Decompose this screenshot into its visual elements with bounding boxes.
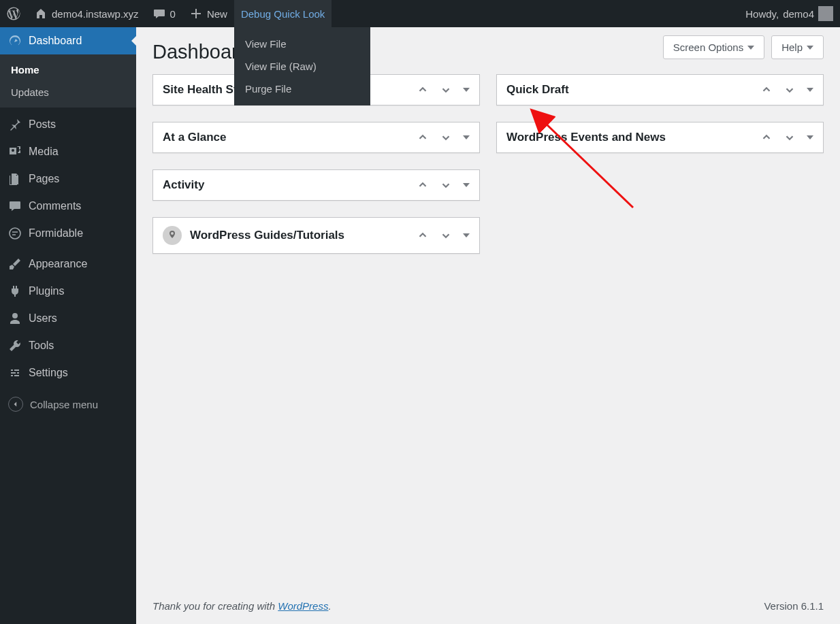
- triangle-down-icon: [463, 183, 470, 187]
- collapse-menu-button[interactable]: Collapse menu: [0, 390, 136, 418]
- pin-icon: [8, 118, 22, 131]
- media-icon: [8, 145, 22, 159]
- dashboard-column-right: Quick Draft WordPress Events and News: [496, 74, 824, 254]
- triangle-down-icon: [807, 46, 813, 50]
- triangle-down-icon: [807, 88, 813, 92]
- sidebar-item-pages[interactable]: Pages: [0, 165, 136, 193]
- comment-bubble-icon: [152, 7, 166, 20]
- move-up-button[interactable]: [417, 229, 429, 242]
- admin-footer: Thank you for creating with WordPress. V…: [152, 600, 824, 612]
- move-up-button[interactable]: [417, 131, 429, 144]
- my-account-menu[interactable]: Howdy, demo4: [739, 0, 840, 27]
- comments-count: 0: [170, 8, 176, 20]
- move-down-button[interactable]: [784, 84, 796, 96]
- wrench-icon: [8, 339, 22, 352]
- plug-icon: [8, 284, 22, 298]
- dashboard-icon: [8, 34, 22, 48]
- postbox-title: WordPress Events and News: [506, 131, 666, 144]
- move-up-button[interactable]: [417, 179, 429, 191]
- move-down-button[interactable]: [440, 131, 452, 144]
- comments-menu[interactable]: 0: [146, 0, 182, 27]
- wp-logo-menu[interactable]: [0, 0, 27, 27]
- svg-point-0: [10, 228, 20, 239]
- wordpress-logo-icon: [7, 7, 20, 20]
- sidebar-item-label: Users: [29, 312, 57, 325]
- sidebar-item-media[interactable]: Media: [0, 138, 136, 165]
- postbox-activity: Activity: [152, 169, 480, 201]
- debug-label: Debug Quick Look: [241, 8, 325, 20]
- sidebar-submenu: Home Updates: [0, 54, 136, 108]
- sidebar-item-label: Plugins: [29, 285, 64, 297]
- comment-icon: [8, 199, 22, 213]
- move-up-button[interactable]: [760, 131, 773, 144]
- footer-thanks-prefix: Thank you for creating with: [152, 600, 278, 612]
- site-name-label: demo4.instawp.xyz: [52, 8, 139, 20]
- collapse-icon: [8, 397, 23, 412]
- sidebar-item-dashboard[interactable]: Dashboard: [0, 27, 136, 54]
- submenu-item-updates[interactable]: Updates: [0, 81, 136, 103]
- new-label: New: [207, 8, 227, 20]
- sidebar-item-tools[interactable]: Tools: [0, 332, 136, 359]
- postbox-quick-draft: Quick Draft: [496, 74, 824, 105]
- postbox-title: WordPress Guides/Tutorials: [190, 229, 344, 242]
- postbox-title: Quick Draft: [506, 83, 569, 97]
- help-button[interactable]: Help: [771, 35, 824, 59]
- postbox-at-a-glance: At a Glance: [152, 122, 480, 153]
- debug-dropdown: View File View File (Raw) Purge File: [234, 27, 370, 105]
- screen-options-label: Screen Options: [673, 42, 743, 53]
- site-name-menu[interactable]: demo4.instawp.xyz: [27, 0, 146, 27]
- toggle-panel-button[interactable]: [463, 233, 470, 237]
- move-down-button[interactable]: [440, 229, 452, 242]
- collapse-label: Collapse menu: [30, 399, 98, 410]
- new-content-menu[interactable]: New: [182, 0, 234, 27]
- debug-item-purge-file[interactable]: Purge File: [234, 78, 370, 100]
- submenu-item-home[interactable]: Home: [0, 59, 136, 81]
- settings-icon: [8, 366, 22, 380]
- sidebar-item-users[interactable]: Users: [0, 305, 136, 332]
- toggle-panel-button[interactable]: [463, 183, 470, 187]
- toggle-panel-button[interactable]: [463, 135, 470, 139]
- help-label: Help: [781, 42, 803, 53]
- home-icon: [34, 7, 48, 20]
- sidebar-item-settings[interactable]: Settings: [0, 359, 136, 387]
- sidebar-item-label: Media: [29, 146, 59, 158]
- footer-thanks-suffix: .: [328, 600, 331, 612]
- plus-icon: [189, 7, 203, 20]
- toggle-panel-button[interactable]: [463, 88, 470, 92]
- sidebar-item-label: Settings: [29, 367, 68, 379]
- sidebar-item-label: Comments: [29, 200, 81, 212]
- howdy-user: demo4: [783, 8, 814, 20]
- sidebar-item-plugins[interactable]: Plugins: [0, 278, 136, 305]
- admin-sidebar: Dashboard Home Updates Posts Media Pages…: [0, 27, 136, 624]
- footer-wp-link[interactable]: WordPress: [278, 600, 328, 612]
- debug-item-view-file-raw[interactable]: View File (Raw): [234, 55, 370, 78]
- move-up-button[interactable]: [760, 84, 773, 96]
- brush-icon: [8, 257, 22, 271]
- triangle-down-icon: [463, 88, 470, 92]
- form-icon: [8, 227, 22, 240]
- move-down-button[interactable]: [440, 179, 452, 191]
- toggle-panel-button[interactable]: [807, 135, 813, 139]
- admin-bar: demo4.instawp.xyz 0 New Debug Quick Look…: [0, 0, 840, 27]
- screen-options-button[interactable]: Screen Options: [663, 35, 764, 59]
- postbox-title: At a Glance: [163, 131, 227, 144]
- move-up-button[interactable]: [417, 84, 429, 96]
- sidebar-item-formidable[interactable]: Formidable: [0, 220, 136, 247]
- user-icon: [8, 312, 22, 325]
- sidebar-item-posts[interactable]: Posts: [0, 111, 136, 138]
- howdy-prefix: Howdy,: [745, 8, 779, 20]
- triangle-down-icon: [807, 135, 813, 139]
- postbox-wp-events-news: WordPress Events and News: [496, 122, 824, 153]
- debug-quick-look-menu[interactable]: Debug Quick Look View File View File (Ra…: [234, 0, 332, 27]
- guide-avatar-icon: [163, 226, 182, 245]
- triangle-down-icon: [463, 135, 470, 139]
- sidebar-item-label: Appearance: [29, 258, 87, 270]
- sidebar-item-comments[interactable]: Comments: [0, 193, 136, 220]
- move-down-button[interactable]: [784, 131, 796, 144]
- sidebar-item-label: Dashboard: [29, 35, 82, 47]
- move-down-button[interactable]: [440, 84, 452, 96]
- footer-version: Version 6.1.1: [764, 600, 824, 612]
- sidebar-item-appearance[interactable]: Appearance: [0, 250, 136, 278]
- debug-item-view-file[interactable]: View File: [234, 33, 370, 55]
- toggle-panel-button[interactable]: [807, 88, 813, 92]
